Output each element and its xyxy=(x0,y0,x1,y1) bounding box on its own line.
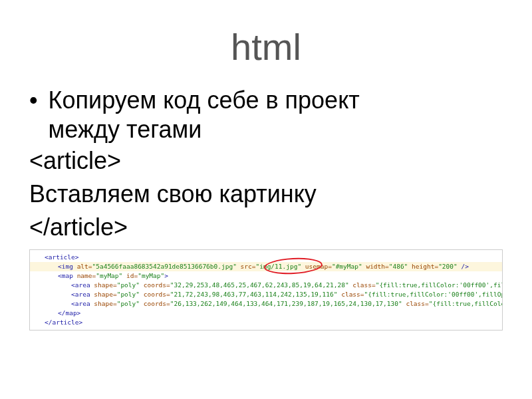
code-line-area-1: <area shape="poly" coords="32,29,253,48,… xyxy=(30,281,502,290)
code-line-area-3: <area shape="poly" coords="26,133,262,14… xyxy=(30,299,502,309)
text-article-close: </article> xyxy=(29,211,532,244)
code-line-map-open: <map name="myMap" id="myMap"> xyxy=(30,271,502,281)
text-article-open: <article> xyxy=(29,144,532,178)
code-line-map-close: </map> xyxy=(30,309,502,318)
code-snippet: <article> <img alt="5a4566faaa8683542a91… xyxy=(29,249,503,331)
slide-title: html xyxy=(0,25,532,68)
text-insert-image: Вставляем свою картинку xyxy=(29,178,532,211)
bullet-text: Копируем код себе в проект между тегами xyxy=(49,86,360,144)
code-line-article-close: </article> xyxy=(30,318,502,327)
code-line-article-open: <article> xyxy=(30,253,502,262)
bullet-item: • Копируем код себе в проект между тегам… xyxy=(29,86,532,144)
bullet-marker: • xyxy=(29,86,38,115)
code-line-img: <img alt="5a4566faaa8683542a91de85136676… xyxy=(30,262,502,271)
code-line-area-2: <area shape="poly" coords="21,72,243,98,… xyxy=(30,290,502,299)
slide-content: • Копируем код себе в проект между тегам… xyxy=(29,86,532,244)
